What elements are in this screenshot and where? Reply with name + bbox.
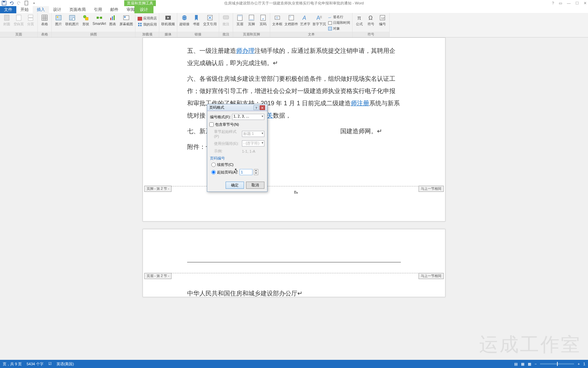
svg-rect-12 <box>56 15 61 20</box>
header-section-label: 页眉 - 第 2 节 - <box>144 273 172 279</box>
quickparts-button[interactable]: 文档部件 <box>284 14 298 31</box>
continue-radio[interactable] <box>211 163 216 167</box>
object-button[interactable]: 对象 <box>328 26 350 31</box>
shapes-button[interactable]: 形状 <box>81 14 91 27</box>
tab-design[interactable]: 设计 <box>49 6 65 13</box>
restore-icon[interactable]: ☐ <box>575 1 579 5</box>
footer-button[interactable]: 页脚 <box>247 14 256 27</box>
print-layout-icon[interactable]: ▦ <box>521 362 524 366</box>
tab-insert[interactable]: 插入 <box>33 6 49 13</box>
undo-icon[interactable] <box>9 0 14 6</box>
footer-link-label: 与上一节相同 <box>419 186 444 192</box>
svg-rect-22 <box>112 16 113 20</box>
equation-button[interactable]: π公式 <box>355 14 364 27</box>
group-label-tables: 表格 <box>38 32 51 37</box>
ribbon-toggle-icon[interactable]: ▭ <box>559 1 562 5</box>
header-button[interactable]: 页眉 <box>235 14 245 27</box>
online-picture-button[interactable]: 联机图片 <box>65 14 79 27</box>
svg-rect-45 <box>290 16 291 17</box>
chapter-style-label: 章节起始样式(P) <box>214 129 241 138</box>
redo-icon[interactable] <box>16 0 22 6</box>
paragraph-5: 五、一级注册建造师办理注销手续的，应通过新系统提交注销申请，其聘用企业完成确认后… <box>187 45 401 69</box>
tab-hf-design[interactable]: 设计 <box>134 6 153 13</box>
contextual-tab-label: 页眉和页脚工具 <box>124 0 156 6</box>
window-controls: ? ▭ — ☐ ✕ <box>552 1 587 5</box>
zoom-slider[interactable] <box>540 363 574 365</box>
footer-page-mark[interactable]: B₃ <box>294 190 298 195</box>
close-icon[interactable]: ✕ <box>584 1 587 5</box>
wordart-button[interactable]: A艺术字 <box>300 14 310 31</box>
save-icon[interactable] <box>1 0 7 6</box>
group-label-hf: 页眉和页脚 <box>233 32 270 37</box>
document-title: 住房城乡建设部办公厅关于一级建造师执业资格实行电子化申报和审批的通知 - Wor… <box>224 1 364 6</box>
include-chapter-checkbox[interactable] <box>209 122 214 127</box>
zoom-out-icon[interactable]: − <box>535 362 537 366</box>
minimize-icon[interactable]: — <box>567 1 571 5</box>
dropcap-button[interactable]: A首字下沉 <box>312 14 326 31</box>
word-count[interactable]: 5434 个字 <box>27 362 44 367</box>
svg-rect-27 <box>138 23 140 24</box>
tab-mail[interactable]: 邮件 <box>106 6 122 13</box>
signature-line-button[interactable]: 签名行 <box>328 14 350 20</box>
document-content[interactable]: 五、一级注册建造师办理注销手续的，应通过新系统提交注销申请，其聘用企业完成确认后… <box>143 38 445 153</box>
read-mode-icon[interactable]: ▤ <box>514 362 518 366</box>
tab-home[interactable]: 开始 <box>16 6 33 13</box>
smartart-button[interactable]: SmartArt <box>93 14 106 27</box>
svg-point-13 <box>57 16 58 18</box>
zoom-in-icon[interactable]: + <box>577 362 579 366</box>
start-at-radio[interactable] <box>211 170 216 174</box>
zoom-level[interactable]: 1 <box>583 362 585 366</box>
document-area[interactable]: 五、一级注册建造师办理注销手续的，应通过新系统提交注销申请，其聘用企业完成确认后… <box>0 37 588 360</box>
quick-access-toolbar: ▾ <box>0 0 37 6</box>
chart-button[interactable]: 图表 <box>108 14 117 27</box>
dialog-titlebar[interactable]: 页码格式 ? ✕ <box>207 104 267 111</box>
cover-page-button: 封面 <box>2 14 12 27</box>
page-1: 五、一级注册建造师办理注销手续的，应通过新系统提交注销申请，其聘用企业完成确认后… <box>143 37 445 221</box>
group-addins: 应用商店 我的应用 加载项 <box>135 13 159 37</box>
header-rule <box>187 262 401 262</box>
picture-button[interactable]: 图片 <box>54 14 63 27</box>
dialog-title-text: 页码格式 <box>209 105 224 110</box>
dialog-close-icon[interactable]: ✕ <box>260 105 265 110</box>
store-button[interactable]: 应用商店 <box>137 16 157 21</box>
dialog-help-icon[interactable]: ? <box>254 105 259 110</box>
start-at-input[interactable] <box>240 169 252 175</box>
hyperlink-button[interactable]: 超链接 <box>179 14 190 27</box>
tab-layout[interactable]: 页面布局 <box>65 6 90 13</box>
comment-button: 批注 <box>221 14 231 27</box>
qat-dropdown-icon[interactable]: ▾ <box>31 0 37 6</box>
number-button[interactable]: 12编号 <box>378 14 387 27</box>
textbox-button[interactable]: A文本框 <box>272 14 282 31</box>
page-count[interactable]: 页，共 9 页 <box>3 362 22 367</box>
ok-button[interactable]: 确定 <box>226 182 244 189</box>
link-zhuce[interactable]: 师注册 <box>351 100 369 107</box>
bookmark-button[interactable]: 书签 <box>192 14 201 27</box>
date-time-button[interactable]: 日期和时间 <box>328 20 350 26</box>
svg-rect-2 <box>25 1 28 5</box>
symbol-button[interactable]: Ω符号 <box>366 14 376 27</box>
new-doc-icon[interactable] <box>24 0 29 6</box>
language-status[interactable]: 英语(美国) <box>56 362 74 367</box>
my-apps-button[interactable]: 我的应用 <box>137 22 157 27</box>
start-at-spinner[interactable]: ▲▼ <box>254 169 258 175</box>
page-number-button[interactable]: #页码 <box>258 14 268 27</box>
video-button[interactable]: 联机视频 <box>161 14 175 27</box>
link-banli[interactable]: 师办理 <box>236 47 255 54</box>
spinner-up-icon[interactable]: ▲ <box>254 169 258 172</box>
page-break-button: 分页 <box>26 14 35 27</box>
spinner-down-icon[interactable]: ▼ <box>254 172 258 175</box>
svg-rect-51 <box>328 27 332 30</box>
cancel-button[interactable]: 取消 <box>246 182 264 189</box>
proofing-icon[interactable]: ☑ <box>48 362 52 367</box>
table-button[interactable]: 表格 <box>40 14 49 27</box>
page2-body: 中华人民共和国住房和城乡建设部办公厅↵ <box>187 289 303 297</box>
screenshot-button[interactable]: 屏幕截图 <box>119 14 133 27</box>
crossref-button[interactable]: 交叉引用 <box>203 14 217 27</box>
ribbon: 封面 空白页 分页 页面 表格 表格 图片 联机图片 形状 SmartArt 图… <box>0 13 588 37</box>
web-layout-icon[interactable]: ▩ <box>528 362 531 366</box>
number-format-select[interactable]: 1, 2, 3, ... <box>232 114 264 120</box>
help-icon[interactable]: ? <box>552 1 554 5</box>
blank-page-button: 空白页 <box>14 14 24 27</box>
tab-references[interactable]: 引用 <box>90 6 106 13</box>
tab-file[interactable]: 文件 <box>0 6 16 13</box>
